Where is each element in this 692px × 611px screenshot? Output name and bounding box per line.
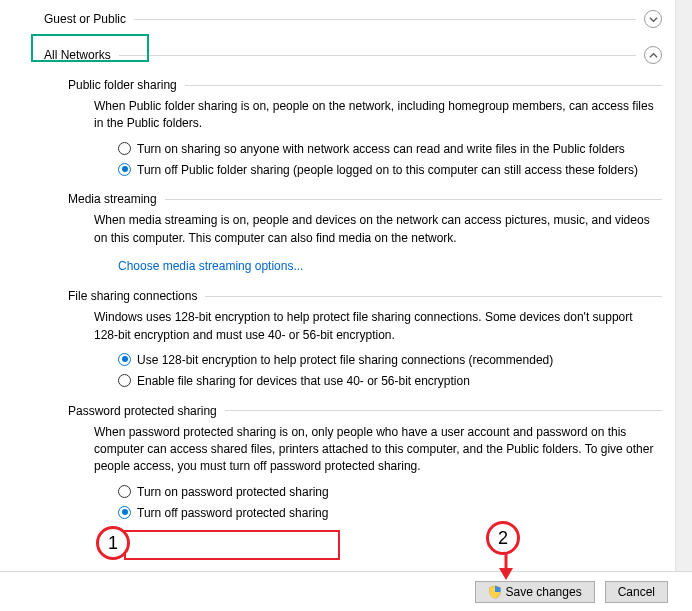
annotation-badge-1: 1: [96, 526, 130, 560]
divider: [165, 199, 662, 200]
radio-public-on[interactable]: Turn on sharing so anyone with network a…: [118, 141, 658, 158]
divider: [134, 19, 636, 20]
subsection-password-sharing: Password protected sharing: [68, 404, 662, 418]
profile-guest-title: Guest or Public: [44, 12, 126, 26]
radio-label: Turn on sharing so anyone with network a…: [137, 141, 658, 158]
password-desc: When password protected sharing is on, o…: [94, 424, 654, 476]
radio-icon: [118, 142, 131, 155]
radio-label: Turn off password protected sharing: [137, 505, 658, 522]
radio-128bit[interactable]: Use 128-bit encryption to help protect f…: [118, 352, 658, 369]
divider: [225, 410, 662, 411]
radio-icon: [118, 353, 131, 366]
footer-bar: Save changes Cancel: [0, 571, 692, 611]
cancel-button[interactable]: Cancel: [605, 581, 668, 603]
radio-password-off[interactable]: Turn off password protected sharing: [118, 505, 658, 522]
radio-password-on[interactable]: Turn on password protected sharing: [118, 484, 658, 501]
radio-label: Use 128-bit encryption to help protect f…: [137, 352, 658, 369]
annotation-highlight-turn-off: [124, 530, 340, 560]
cancel-label: Cancel: [618, 585, 655, 599]
scrollbar[interactable]: [675, 0, 692, 571]
shield-icon: [488, 585, 502, 599]
subsection-media-streaming: Media streaming: [68, 192, 662, 206]
save-label: Save changes: [506, 585, 582, 599]
radio-icon: [118, 485, 131, 498]
divider: [185, 85, 662, 86]
radio-label: Turn on password protected sharing: [137, 484, 658, 501]
divider: [205, 296, 662, 297]
radio-icon: [118, 374, 131, 387]
media-options-link[interactable]: Choose media streaming options...: [118, 259, 303, 273]
radio-public-off[interactable]: Turn off Public folder sharing (people l…: [118, 162, 658, 179]
chevron-up-icon[interactable]: [644, 46, 662, 64]
subsection-file-connections: File sharing connections: [68, 289, 662, 303]
subsection-title: Password protected sharing: [68, 404, 217, 418]
profile-all-networks[interactable]: All Networks: [44, 46, 662, 64]
radio-icon: [118, 163, 131, 176]
divider: [119, 55, 636, 56]
fileconn-desc: Windows uses 128-bit encryption to help …: [94, 309, 654, 344]
radio-label: Enable file sharing for devices that use…: [137, 373, 658, 390]
radio-icon: [118, 506, 131, 519]
profile-all-title: All Networks: [44, 48, 111, 62]
profile-guest-public[interactable]: Guest or Public: [44, 10, 662, 28]
subsection-title: Media streaming: [68, 192, 157, 206]
annotation-badge-2: 2: [486, 521, 520, 555]
public-folder-desc: When Public folder sharing is on, people…: [94, 98, 654, 133]
subsection-title: Public folder sharing: [68, 78, 177, 92]
subsection-public-folder: Public folder sharing: [68, 78, 662, 92]
subsection-title: File sharing connections: [68, 289, 197, 303]
save-changes-button[interactable]: Save changes: [475, 581, 595, 603]
radio-label: Turn off Public folder sharing (people l…: [137, 162, 658, 179]
radio-4056bit[interactable]: Enable file sharing for devices that use…: [118, 373, 658, 390]
chevron-down-icon[interactable]: [644, 10, 662, 28]
media-desc: When media streaming is on, people and d…: [94, 212, 654, 247]
